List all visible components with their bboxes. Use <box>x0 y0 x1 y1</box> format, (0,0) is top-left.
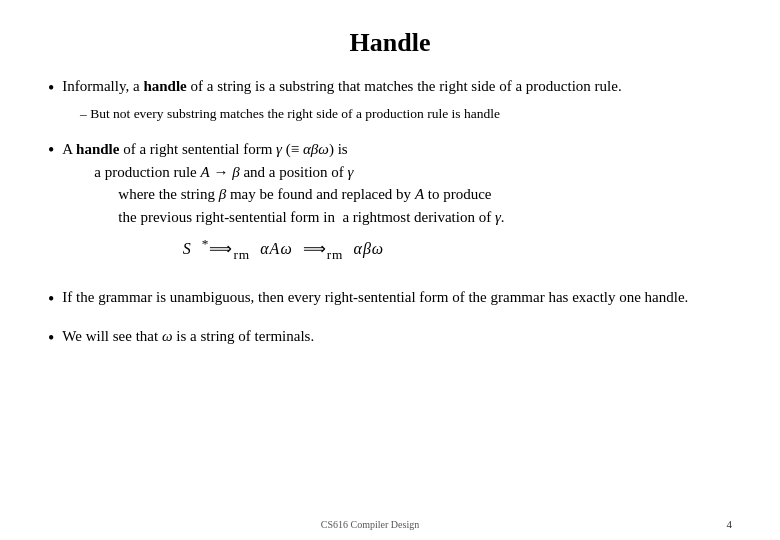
bullet-2-line2: a production rule A → β and a position o… <box>94 161 504 184</box>
bullet-4-section: • We will see that ω is a string of term… <box>48 326 732 355</box>
slide-title: Handle <box>48 28 732 58</box>
bullet-2-content: A handle of a right sentential form γ (≡… <box>62 138 504 273</box>
page-number: 4 <box>727 518 733 530</box>
bullet-4-main: • We will see that ω is a string of term… <box>48 326 732 351</box>
bullet-1-main: • Informally, a handle of a string is a … <box>48 76 732 101</box>
bullet-4-text: We will see that ω is a string of termin… <box>62 326 314 348</box>
bullet-2-section: • A handle of a right sentential form γ … <box>48 138 732 277</box>
bullet-2-line3: where the string β may be found and repl… <box>118 183 504 206</box>
bullet-4-dot: • <box>48 326 54 351</box>
bullet-1-section: • Informally, a handle of a string is a … <box>48 76 732 128</box>
bullet-3-dot: • <box>48 287 54 312</box>
footer: CS616 Compiler Design <box>0 519 780 530</box>
bullet-3-text: If the grammar is unambiguous, then ever… <box>62 287 688 309</box>
bullet-3-main: • If the grammar is unambiguous, then ev… <box>48 287 732 312</box>
bullet-1-dot: • <box>48 76 54 101</box>
derivation-formula: S *⟹rm αAω ⟹rm αβω <box>62 236 504 263</box>
bullet-3-section: • If the grammar is unambiguous, then ev… <box>48 287 732 316</box>
bullet-1-sub: But not every substring matches the righ… <box>80 105 732 124</box>
footer-course: CS616 Compiler Design <box>321 519 419 530</box>
bullet-1-text: Informally, a handle of a string is a su… <box>62 76 621 98</box>
bullet-2-dot: • <box>48 138 54 163</box>
bullet-2-line4: the previous right-sentential form in a … <box>118 206 504 229</box>
slide: Handle • Informally, a handle of a strin… <box>0 0 780 540</box>
bullet-2-line1: A handle of a right sentential form γ (≡… <box>62 138 504 161</box>
bullet-2-main: • A handle of a right sentential form γ … <box>48 138 732 273</box>
